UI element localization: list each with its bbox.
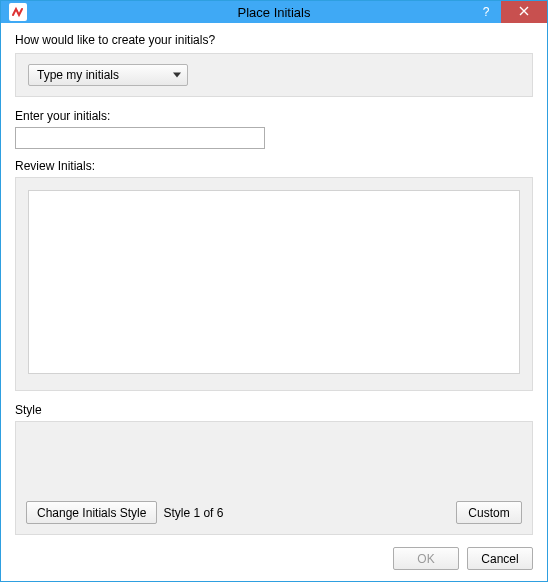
custom-style-label: Custom bbox=[468, 506, 509, 520]
initials-input[interactable] bbox=[15, 127, 265, 149]
app-icon bbox=[9, 3, 27, 21]
review-initials-label: Review Initials: bbox=[15, 159, 533, 173]
dialog-body: How would like to create your initials? … bbox=[1, 23, 547, 582]
help-icon: ? bbox=[483, 5, 490, 19]
chevron-down-icon bbox=[173, 73, 181, 78]
change-style-button[interactable]: Change Initials Style bbox=[26, 501, 157, 524]
method-dropdown-value: Type my initials bbox=[37, 68, 119, 82]
window-title: Place Initials bbox=[1, 5, 547, 20]
close-button[interactable] bbox=[501, 1, 547, 23]
create-method-question: How would like to create your initials? bbox=[15, 33, 533, 47]
review-group bbox=[15, 177, 533, 391]
help-button[interactable]: ? bbox=[471, 1, 501, 23]
title-bar: Place Initials ? bbox=[1, 1, 547, 23]
custom-style-button[interactable]: Custom bbox=[456, 501, 522, 524]
style-label: Style bbox=[15, 403, 533, 417]
initials-preview bbox=[28, 190, 520, 374]
cancel-button[interactable]: Cancel bbox=[467, 547, 533, 570]
change-style-label: Change Initials Style bbox=[37, 506, 146, 520]
cancel-label: Cancel bbox=[481, 552, 518, 566]
method-group: Type my initials bbox=[15, 53, 533, 97]
style-footer: Change Initials Style Style 1 of 6 Custo… bbox=[26, 501, 522, 524]
ok-label: OK bbox=[417, 552, 434, 566]
ok-button[interactable]: OK bbox=[393, 547, 459, 570]
style-counter: Style 1 of 6 bbox=[163, 506, 223, 520]
enter-initials-label: Enter your initials: bbox=[15, 109, 533, 123]
dialog-buttons: OK Cancel bbox=[15, 547, 533, 570]
close-icon bbox=[519, 5, 529, 19]
method-dropdown[interactable]: Type my initials bbox=[28, 64, 188, 86]
style-group: Change Initials Style Style 1 of 6 Custo… bbox=[15, 421, 533, 535]
window-controls: ? bbox=[471, 1, 547, 23]
dialog-window: Place Initials ? How would like to creat… bbox=[0, 0, 548, 582]
